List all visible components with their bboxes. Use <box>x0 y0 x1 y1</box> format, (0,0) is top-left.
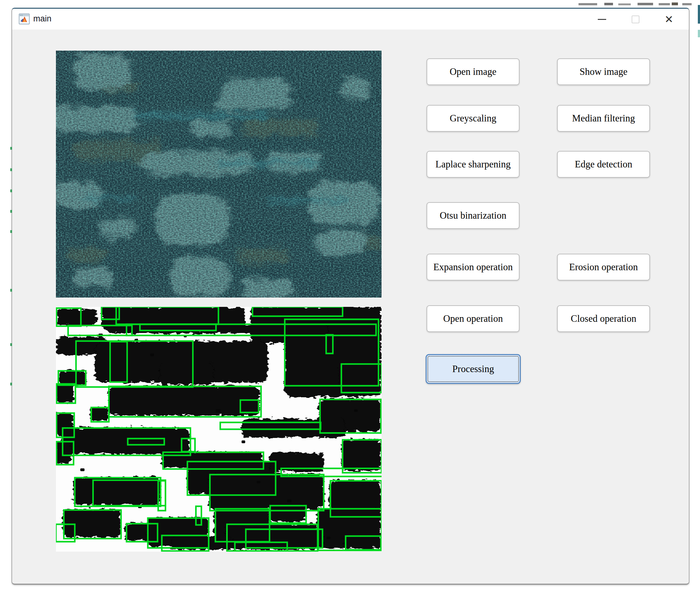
screenshot-root: main ✕ <box>0 0 700 592</box>
button-label: Processing <box>452 363 494 375</box>
button-label: Median filtering <box>572 113 635 124</box>
window-title: main <box>33 14 52 23</box>
left-edge-speck <box>10 383 12 386</box>
otsu-binarization-button[interactable]: Otsu binarization <box>427 202 519 229</box>
median-filtering-button[interactable]: Median filtering <box>557 105 650 132</box>
binary-blob <box>159 363 214 385</box>
greyscaling-button[interactable]: Greyscaling <box>427 105 519 132</box>
left-edge-speck <box>10 168 12 171</box>
left-edge-speck <box>10 230 12 233</box>
screen-edge-mark <box>618 3 631 5</box>
expansion-operation-button[interactable]: Expansion operation <box>427 254 519 281</box>
binary-blob <box>57 309 96 326</box>
binary-blob <box>241 419 345 437</box>
binary-dot <box>287 499 291 502</box>
screen-edge-mark <box>672 2 678 5</box>
button-label: Greyscaling <box>450 113 497 124</box>
laplace-sharpening-button[interactable]: Laplace sharpening <box>427 151 519 178</box>
button-label: Open image <box>450 66 497 77</box>
binary-blob <box>56 384 74 402</box>
open-image-button[interactable]: Open image <box>427 58 519 85</box>
binary-dot <box>354 409 358 412</box>
binary-blob <box>339 364 381 391</box>
closed-operation-button[interactable]: Closed operation <box>557 305 650 332</box>
show-image-button[interactable]: Show image <box>557 58 650 85</box>
screen-edge-mark <box>659 3 670 5</box>
binary-dot <box>150 353 154 356</box>
minimize-icon <box>598 19 606 20</box>
left-edge-speck <box>10 210 12 213</box>
binary-blob <box>244 529 323 546</box>
binary-blob <box>209 474 324 509</box>
edge-detection-button[interactable]: Edge detection <box>557 151 650 178</box>
binary-blob <box>108 386 260 415</box>
binary-dot <box>241 440 245 443</box>
screen-edge-mark <box>682 3 692 5</box>
left-edge-speck <box>10 190 12 192</box>
close-icon: ✕ <box>665 14 673 24</box>
screen-edge-mark <box>604 3 613 5</box>
button-label: Expansion operation <box>433 261 513 273</box>
binary-blob <box>56 441 72 463</box>
screen-edge-mark <box>578 3 597 5</box>
binary-blob <box>269 505 306 522</box>
binary-blob <box>63 509 121 537</box>
maximize-icon <box>632 15 640 23</box>
minimize-button[interactable] <box>593 13 610 26</box>
close-button[interactable]: ✕ <box>660 13 678 26</box>
binary-dot <box>216 409 221 412</box>
binary-blob <box>344 536 381 548</box>
button-label: Laplace sharpening <box>435 159 511 170</box>
matlab-app-icon <box>19 13 30 24</box>
button-label: Closed operation <box>571 313 636 324</box>
micrograph-image <box>56 51 381 298</box>
left-edge-speck <box>10 147 12 150</box>
screen-edge-mark <box>698 5 700 23</box>
binary-blob <box>90 407 109 421</box>
maximize-button[interactable] <box>627 13 644 26</box>
binary-dot <box>327 537 331 539</box>
processed-image-panel <box>56 307 381 552</box>
titlebar[interactable]: main ✕ <box>12 9 689 30</box>
button-label: Erosion operation <box>569 261 638 273</box>
screen-edge-mark <box>698 30 700 37</box>
erosion-operation-button[interactable]: Erosion operation <box>557 254 650 281</box>
binary-dot <box>256 481 261 483</box>
left-edge-speck <box>10 289 12 292</box>
screen-edge-mark <box>638 3 653 5</box>
binary-blob <box>58 371 86 385</box>
binary-dot <box>80 468 85 471</box>
button-label: Show image <box>579 66 627 77</box>
button-label: Open operation <box>444 313 503 324</box>
processing-button[interactable]: Processing <box>426 354 521 384</box>
binary-blob <box>341 439 381 471</box>
original-image-panel <box>56 51 381 298</box>
binary-blob <box>61 427 189 454</box>
button-label: Otsu binarization <box>439 210 506 221</box>
binary-blob <box>74 477 160 505</box>
open-operation-button[interactable]: Open operation <box>427 305 519 332</box>
binary-detection-image <box>56 307 381 552</box>
button-label: Edge detection <box>575 159 632 170</box>
left-edge-speck <box>10 343 12 346</box>
